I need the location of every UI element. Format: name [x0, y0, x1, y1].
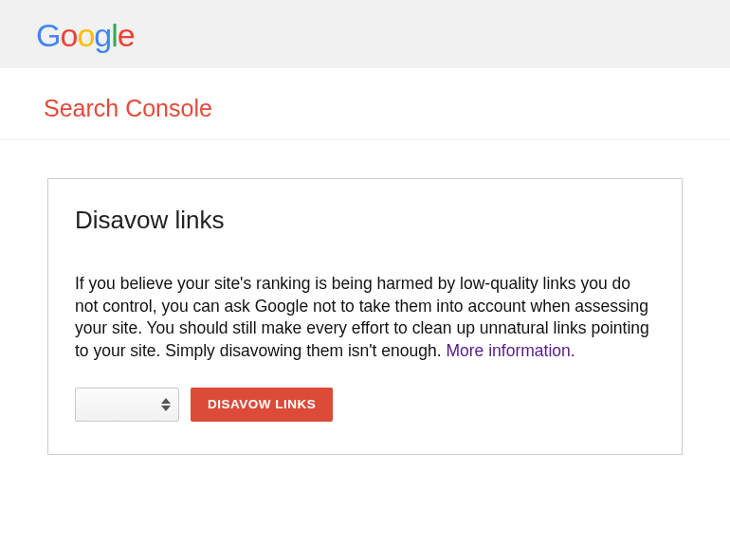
svg-marker-0 — [161, 398, 171, 404]
site-select-dropdown[interactable] — [75, 388, 179, 422]
logo-letter-g2: g — [94, 17, 111, 53]
select-arrows-icon — [161, 398, 171, 411]
page-title: Search Console — [44, 95, 730, 122]
logo-letter-e: e — [118, 17, 135, 53]
card-body: If you believe your site's ranking is be… — [75, 273, 655, 363]
logo-letter-o2: o — [77, 17, 94, 53]
controls-row: DISAVOW LINKS — [75, 388, 655, 422]
svg-marker-1 — [161, 406, 171, 411]
logo-letter-g1: G — [36, 17, 60, 53]
google-logo: Google — [36, 17, 135, 53]
top-bar: Google — [0, 0, 730, 68]
card-heading: Disavow links — [75, 206, 655, 235]
disavow-card: Disavow links If you believe your site's… — [47, 178, 683, 455]
sub-header: Search Console — [0, 68, 730, 140]
disavow-links-button[interactable]: DISAVOW LINKS — [191, 388, 333, 422]
logo-letter-o1: o — [60, 17, 77, 53]
more-information-link[interactable]: More information. — [446, 341, 575, 360]
content: Disavow links If you believe your site's… — [0, 140, 730, 455]
